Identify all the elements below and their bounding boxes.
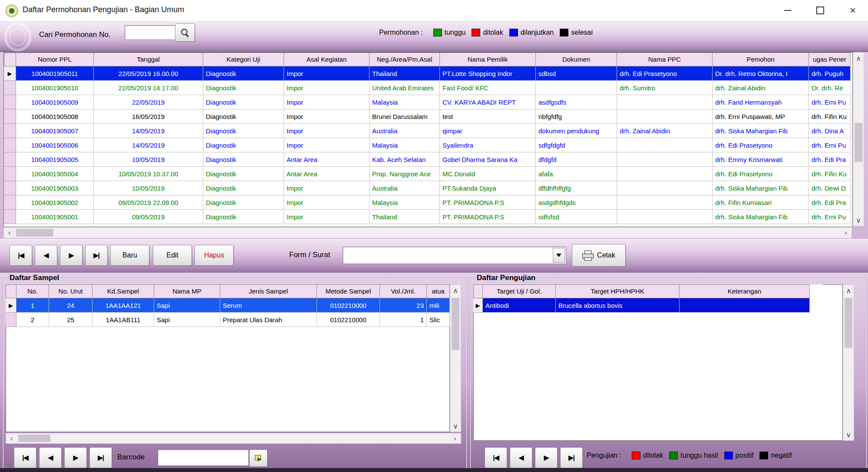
cell: sdbsd [536,66,617,81]
column-header[interactable]: Keterangan [680,284,810,298]
prev-record-button[interactable]: ◀ [35,245,57,266]
table-row[interactable]: 100400190500614/05/2019DiagnostikImporMa… [4,138,852,152]
table-row[interactable]: 100400190500510/05/2019DiagnostikAntar A… [4,152,852,167]
first-record-button[interactable]: |◀ [14,447,36,468]
row-indicator [4,138,16,152]
cell: Gobel Dharma Sarana Ka [440,152,536,167]
maximize-button[interactable] [805,0,835,21]
edit-button[interactable]: Edit [153,245,192,266]
table-row[interactable]: 100400190500209/05/2019 22.09.00Diagnost… [4,195,852,210]
first-record-button[interactable]: |◀ [485,447,507,468]
column-header[interactable]: No. [17,284,49,298]
last-record-button[interactable]: ▶| [85,245,108,266]
cetak-button[interactable]: Cetak [572,244,626,267]
column-header[interactable]: Kategori Uji [203,53,284,66]
pengujian-grid-vscrollbar[interactable]: ∧ ∨ [843,284,854,441]
cell: Impor [284,195,370,210]
combobox-dropdown-button[interactable] [553,248,565,263]
scroll-up-icon[interactable]: ∧ [450,285,461,296]
legend-pengujian: Pengujian : ditolaktunggu hasilpositifne… [587,452,792,459]
cell: drh. Edi Prasetyono [713,167,809,181]
cell [617,95,713,109]
barcode-scan-button[interactable] [249,449,267,467]
cell: Impor [284,109,370,124]
hscroll-thumb[interactable] [18,435,50,442]
legend-swatch-icon [433,29,442,36]
table-row[interactable]: ▶AntibodiBrucella abortus bovis [473,298,823,313]
vscroll-thumb[interactable] [452,298,459,350]
scroll-right-icon[interactable]: › [449,433,461,443]
sampel-grid-hscrollbar[interactable]: ‹ › [6,433,461,444]
table-row[interactable]: 100400190500109/05/2019DiagnostikImporTh… [4,210,852,224]
hscroll-thumb[interactable] [16,229,53,237]
cell: drh. Zainal Abidin [713,81,809,95]
column-header[interactable]: Nama Pemilik [440,53,536,66]
cetak-label: Cetak [597,251,615,259]
column-header[interactable]: Kd.Sampel [92,284,154,298]
prev-record-button[interactable]: ◀ [510,447,532,468]
column-header[interactable]: Tanggal [94,53,203,66]
column-header[interactable]: Nama MP [154,284,220,298]
last-record-button[interactable]: ▶| [89,447,112,468]
table-row[interactable]: ▶100400190501122/05/2019 16.00.00Diagnos… [4,66,852,81]
search-button[interactable] [175,23,195,42]
table-row[interactable]: 100400190501022/05/2019 14.17.00Diagnost… [4,81,852,95]
next-record-button[interactable]: ▶ [535,447,558,468]
table-row[interactable]: 100400190500310/05/2019DiagnostikImporAu… [4,181,852,195]
cell: Brucella abortus bovis [556,298,680,313]
vscroll-thumb[interactable] [855,123,862,162]
scroll-down-icon[interactable]: ∨ [450,420,461,432]
scroll-down-icon[interactable]: ∨ [853,215,864,226]
column-header[interactable]: Asal Kegiatan [284,53,370,66]
scroll-up-icon[interactable]: ∧ [853,53,864,64]
column-header[interactable]: Nomor PPL [16,53,94,66]
barcode-input[interactable] [158,449,249,466]
cell: drh. Fifin Ku [809,109,851,124]
scroll-up-icon[interactable]: ∧ [843,285,854,296]
cell: Impor [284,124,370,138]
search-input[interactable] [125,25,176,40]
scroll-left-icon[interactable]: ‹ [6,433,17,443]
vscroll-thumb[interactable] [845,298,852,348]
column-header[interactable]: Target Uji / Gol. [483,284,556,298]
app-icon [5,4,18,17]
scroll-left-icon[interactable]: ‹ [4,228,15,238]
first-record-button[interactable]: |◀ [10,245,32,266]
form-surat-combobox[interactable] [343,247,566,264]
scroll-right-icon[interactable]: › [840,228,851,238]
permohonan-grid-hscrollbar[interactable]: ‹ › [3,227,852,238]
column-header[interactable]: Neg./Area/Pm.Asal [370,53,440,66]
table-row[interactable]: 100400190500816/05/2019DiagnostikImporBr… [4,109,852,124]
column-header[interactable]: atua [427,284,450,298]
hapus-button[interactable]: Hapus [195,245,234,266]
sampel-grid-vscrollbar[interactable]: ∧ ∨ [450,284,461,432]
table-row[interactable]: 100400190500714/05/2019DiagnostikImporAu… [4,124,852,138]
cell: drh. Zainal Abidin [617,124,713,138]
cell: 22/05/2019 16.00.00 [94,66,203,81]
column-header[interactable]: Nama PPC [617,53,713,66]
permohonan-grid-vscrollbar[interactable]: ∧ ∨ [853,52,864,226]
prev-record-button[interactable]: ◀ [39,447,62,468]
table-row[interactable]: ▶1241AA1AA121SapiSerum010221000023mili [6,298,450,313]
column-header[interactable]: Vol./Jml. [380,284,427,298]
baru-button[interactable]: Baru [110,245,149,266]
column-header[interactable]: Pemohon [713,53,809,66]
column-header[interactable]: Target HPH/HPHK [556,284,680,298]
minimize-button[interactable] [772,0,803,21]
column-header[interactable]: No. Urut [49,284,92,298]
column-header[interactable]: Metode Sampel [317,284,380,298]
column-header[interactable]: Jenis Sampel [220,284,317,298]
table-row[interactable]: 2251AA1AB111SapiPreparat Ulas Darah01022… [6,313,450,327]
table-row[interactable]: 100400190500922/05/2019DiagnostikImporMa… [4,95,852,109]
scroll-down-icon[interactable]: ∨ [843,429,854,440]
cell: Impor [284,95,370,109]
next-record-button[interactable]: ▶ [64,447,87,468]
row-indicator [4,181,16,195]
last-record-button[interactable]: ▶| [560,447,583,468]
table-row[interactable]: 100400190500410/05/2019 10.37.00Diagnost… [4,167,852,181]
close-button[interactable]: × [838,0,868,21]
column-header[interactable]: Dokumen [536,53,617,66]
column-header[interactable]: ugas Pener [809,53,851,66]
cell: 10/05/2019 [94,152,203,167]
next-record-button[interactable]: ▶ [60,245,83,266]
